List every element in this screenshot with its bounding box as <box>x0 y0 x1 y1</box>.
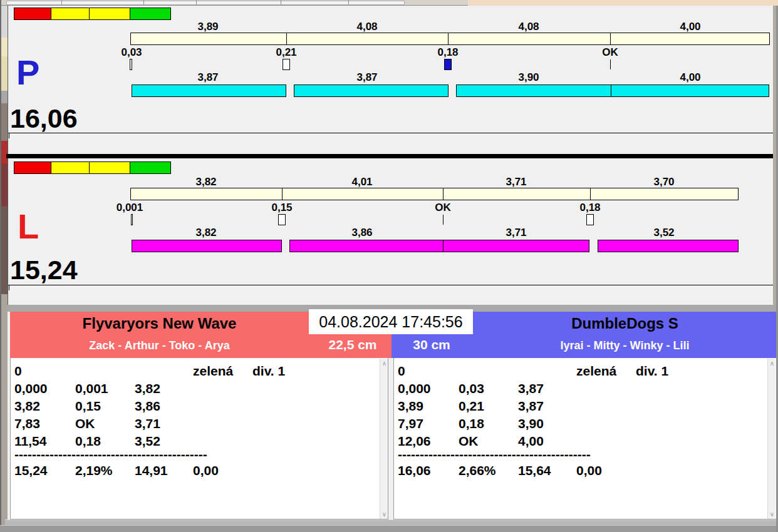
p-baseline-tick <box>9 133 9 138</box>
p-dog-time-3: 3,90 <box>491 71 566 84</box>
l-change-4: 0,18 <box>560 202 620 214</box>
right-row2-time: 3,87 <box>518 399 544 414</box>
left-percent: 2,19% <box>75 463 113 478</box>
p-change-marker-1 <box>130 59 132 70</box>
right-scrollbar[interactable]: ∧ ∨ <box>767 359 775 519</box>
right-total: 16,06 <box>398 463 431 478</box>
left-division: div. 1 <box>252 364 285 379</box>
left-status: 0 <box>14 364 22 379</box>
lane-separator <box>6 154 778 158</box>
right-row3-time: 3,90 <box>518 416 544 431</box>
l-change-1: 0,001 <box>100 202 160 214</box>
l-dog-time-1: 3,82 <box>169 227 244 239</box>
p-change-1: 0,03 <box>101 46 162 59</box>
p-change-marker-4 <box>610 59 611 69</box>
p-split-time-1: 3,89 <box>170 21 246 33</box>
team-right-name: DumbleDogs S <box>473 315 777 332</box>
traffic-red-segment <box>14 161 51 174</box>
divider <box>143 0 144 4</box>
p-total-time: 16,06 <box>10 105 78 132</box>
traffic-green-segment <box>130 8 171 20</box>
l-change-marker-2 <box>278 214 286 225</box>
l-change-marker-3 <box>443 215 443 225</box>
team-left-dogs: Zack - Arthur - Toko - Arya <box>10 339 309 352</box>
left-row2-time: 3,86 <box>135 399 160 414</box>
divider <box>196 0 197 4</box>
p-traffic-light <box>14 8 171 20</box>
l-dog-time-3: 3,71 <box>479 227 554 239</box>
right-net: 15,64 <box>518 463 551 478</box>
left-row1-change: 0,001 <box>75 381 108 396</box>
p-dog-time-2: 3,87 <box>329 71 405 84</box>
l-split-time-1: 3,82 <box>169 176 244 188</box>
p-dog-bar-2 <box>294 84 449 97</box>
l-traffic-light <box>14 161 171 174</box>
right-row3-cum: 7,97 <box>398 416 423 431</box>
left-row2-change: 0,15 <box>75 399 101 414</box>
right-row1-cum: 0,000 <box>398 381 431 396</box>
p-lane-letter: P <box>16 55 39 90</box>
l-change-marker-1 <box>131 214 133 225</box>
l-lane-letter: L <box>18 209 39 244</box>
team-right-results-panel[interactable] <box>393 358 777 519</box>
left-light-status: zelená <box>193 364 233 379</box>
p-dog-bar-4 <box>611 84 769 97</box>
bottom-bar <box>0 525 778 532</box>
p-dog-time-4: 4,00 <box>653 71 728 84</box>
l-split-time-3: 3,71 <box>479 176 554 188</box>
p-change-2: 0,21 <box>256 46 316 59</box>
p-change-marker-3 <box>444 59 452 70</box>
team-right-dogs: Iyrai - Mitty - Winky - Lili <box>473 339 777 352</box>
right-separator-line: ----------------------------------------… <box>398 447 604 462</box>
l-baseline <box>8 285 775 285</box>
l-dog-bar-4 <box>598 240 739 252</box>
traffic-yellow-segment <box>90 8 130 20</box>
p-dog-time-1: 3,87 <box>170 71 246 84</box>
left-row3-change: OK <box>75 416 95 431</box>
right-penalty: 0,00 <box>576 463 602 478</box>
left-row3-time: 3,71 <box>135 416 160 431</box>
l-dog-bar-1 <box>132 240 282 252</box>
p-dog-bar-3 <box>456 84 611 97</box>
p-dog-bar-1 <box>132 84 286 97</box>
p-split-bar <box>130 33 770 45</box>
screen-left-edge <box>0 0 1 532</box>
background-window-tan-area <box>468 0 778 6</box>
right-row2-change: 0,21 <box>459 399 484 414</box>
left-row1-time: 3,82 <box>135 381 160 396</box>
traffic-red-segment <box>14 8 51 20</box>
l-dog-time-2: 3,86 <box>324 227 400 239</box>
left-separator-line: ----------------------------------------… <box>14 447 221 462</box>
p-change-marker-2 <box>283 59 290 70</box>
bottom-frame <box>5 519 778 525</box>
left-row1-cum: 0,000 <box>14 381 48 396</box>
scroll-down-icon[interactable]: ∨ <box>768 509 776 519</box>
divider <box>61 0 62 4</box>
left-penalty: 0,00 <box>193 463 219 478</box>
scroll-up-icon[interactable]: ∧ <box>768 359 776 368</box>
l-dog-bar-3 <box>443 240 589 252</box>
right-row3-change: 0,18 <box>459 416 484 431</box>
l-dog-time-4: 3,52 <box>626 227 702 239</box>
team-right-jump-height: 30 cm <box>394 337 469 352</box>
scroll-up-icon[interactable]: ∧ <box>380 359 388 368</box>
left-total: 15,24 <box>14 463 48 478</box>
traffic-yellow-segment <box>90 161 130 174</box>
left-row3-cum: 7,83 <box>14 416 40 431</box>
left-scrollbar[interactable]: ∧ ∨ <box>380 359 388 519</box>
l-total-time: 15,24 <box>10 257 78 284</box>
l-change-2: 0,15 <box>252 202 312 214</box>
p-change-4: OK <box>580 46 640 59</box>
left-row2-cum: 3,82 <box>14 399 40 414</box>
p-change-3: 0,18 <box>418 46 478 59</box>
right-division: div. 1 <box>636 364 668 379</box>
l-baseline-tick <box>9 285 9 290</box>
p-split-time-4: 4,00 <box>653 21 728 33</box>
p-baseline <box>8 133 775 133</box>
team-left-results-panel[interactable] <box>10 358 388 519</box>
scroll-down-icon[interactable]: ∨ <box>380 509 388 519</box>
right-percent: 2,66% <box>459 463 496 478</box>
l-split-time-4: 3,70 <box>626 176 702 188</box>
right-light-status: zelená <box>576 364 616 379</box>
left-net: 14,91 <box>135 463 168 478</box>
